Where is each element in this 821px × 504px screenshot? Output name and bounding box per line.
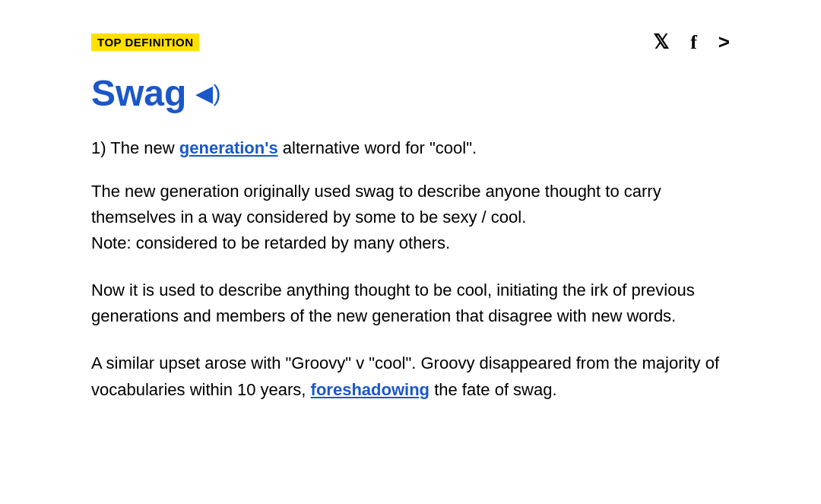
paragraph-2: Now it is used to describe anything thou… — [91, 277, 730, 329]
top-definition-badge: TOP DEFINITION — [91, 33, 199, 51]
definition-number: 1) — [91, 138, 106, 157]
paragraph-3-part2: the fate of swag. — [430, 380, 557, 399]
share-icon[interactable]: > — [718, 30, 730, 54]
word-heading: Swag — [91, 72, 186, 114]
paragraph-3: A similar upset arose with "Groovy" v "c… — [91, 350, 730, 402]
generation-link[interactable]: generation's — [179, 138, 278, 157]
social-icons-group: 𝕏 f > — [653, 30, 730, 54]
top-bar: TOP DEFINITION 𝕏 f > — [91, 30, 730, 54]
word-title-row: Swag ◀) — [91, 72, 730, 114]
paragraph-1: The new generation originally used swag … — [91, 179, 730, 256]
twitter-icon[interactable]: 𝕏 — [653, 30, 669, 54]
definition-line: 1) The new generation's alternative word… — [91, 135, 730, 160]
definition-intro: The new — [110, 138, 179, 157]
sound-icon[interactable]: ◀) — [195, 80, 220, 106]
facebook-icon[interactable]: f — [690, 31, 697, 54]
foreshadowing-link[interactable]: foreshadowing — [311, 380, 430, 399]
definition-alt: alternative word for "cool". — [283, 138, 477, 157]
